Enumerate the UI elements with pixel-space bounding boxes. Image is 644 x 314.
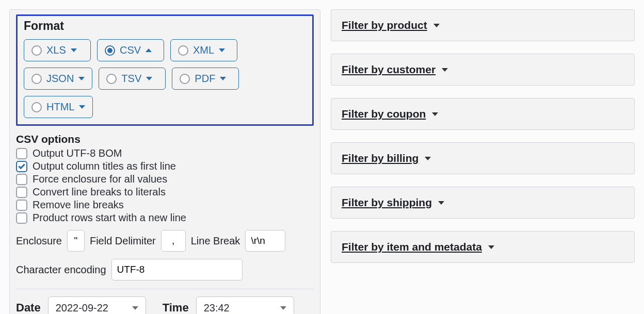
chevron-down-icon	[220, 77, 226, 80]
csv-opt-force-enclosure[interactable]: Force enclosure for all values	[16, 173, 314, 185]
format-option-label: PDF	[195, 73, 215, 85]
format-option-label: JSON	[46, 73, 74, 85]
radio-icon	[178, 45, 188, 56]
radio-icon	[105, 45, 115, 56]
csv-opt-label: Output UTF-8 BOM	[33, 147, 122, 159]
filters-panel: Filter by product Filter by customer Fil…	[331, 9, 635, 263]
format-option-xls[interactable]: XLS	[24, 39, 91, 61]
format-title: Format	[24, 19, 306, 33]
checkbox-icon	[16, 148, 27, 159]
format-option-label: HTML	[46, 101, 74, 113]
format-option-pdf[interactable]: PDF	[172, 68, 239, 90]
chevron-down-icon	[146, 77, 152, 80]
format-option-label: XML	[193, 44, 214, 56]
format-option-xml[interactable]: XML	[170, 39, 237, 61]
format-option-html[interactable]: HTML	[24, 96, 93, 118]
format-options-row: XLS CSV XML JSON	[24, 39, 306, 118]
csv-opt-convert-linebreaks[interactable]: Convert line breaks to literals	[16, 186, 314, 198]
chevron-down-icon	[79, 105, 85, 109]
encoding-input[interactable]	[111, 259, 243, 280]
checkbox-icon	[16, 212, 27, 224]
csv-opt-label: Remove line breaks	[33, 199, 124, 211]
chevron-down-icon	[425, 157, 431, 160]
chevron-down-icon	[488, 245, 494, 249]
checkbox-icon	[16, 174, 27, 185]
filter-label: Filter by customer	[342, 63, 436, 76]
filter-label: Filter by product	[342, 19, 427, 31]
date-select[interactable]: 2022-09-22	[48, 296, 146, 314]
filter-label: Filter by shipping	[342, 196, 432, 209]
encoding-label: Character encoding	[16, 264, 106, 276]
chevron-down-icon	[432, 112, 438, 116]
time-select[interactable]: 23:42	[196, 296, 294, 314]
time-label: Time	[163, 301, 189, 314]
checkbox-icon	[16, 187, 27, 198]
filter-label: Filter by billing	[342, 152, 418, 164]
chevron-down-icon	[71, 48, 77, 52]
checkbox-icon	[16, 161, 27, 172]
format-option-label: XLS	[46, 44, 66, 56]
chevron-down-icon	[433, 24, 440, 27]
filter-by-customer[interactable]: Filter by customer	[331, 54, 635, 86]
radio-icon	[106, 74, 117, 84]
chevron-down-icon	[438, 201, 444, 205]
filter-by-billing[interactable]: Filter by billing	[331, 142, 635, 174]
filter-by-item-metadata[interactable]: Filter by item and metadata	[331, 231, 635, 263]
radio-icon	[31, 102, 42, 112]
divider	[16, 289, 314, 289]
format-option-label: TSV	[121, 73, 141, 85]
radio-icon	[31, 74, 42, 84]
chevron-down-icon	[442, 68, 448, 72]
format-option-json[interactable]: JSON	[24, 68, 92, 90]
enclosure-label: Enclosure	[16, 235, 62, 247]
delimiter-input[interactable]	[161, 230, 186, 252]
chevron-down-icon	[78, 77, 85, 80]
format-option-csv[interactable]: CSV	[97, 39, 164, 61]
filter-by-coupon[interactable]: Filter by coupon	[331, 98, 635, 130]
filter-label: Filter by coupon	[342, 108, 426, 120]
checkbox-icon	[16, 200, 27, 211]
csv-opt-remove-linebreaks[interactable]: Remove line breaks	[16, 199, 314, 211]
radio-icon	[31, 45, 42, 56]
radio-icon	[180, 74, 190, 84]
csv-opt-product-rows-newline[interactable]: Product rows start with a new line	[16, 212, 314, 224]
chevron-down-icon	[219, 48, 225, 52]
csv-opt-label: Force enclosure for all values	[33, 173, 167, 185]
filter-by-shipping[interactable]: Filter by shipping	[331, 187, 635, 219]
linebreak-label: Line Break	[191, 235, 240, 247]
csv-opt-utf8bom[interactable]: Output UTF-8 BOM	[16, 147, 314, 159]
enclosure-input[interactable]	[67, 230, 85, 252]
csv-opt-label: Convert line breaks to literals	[33, 186, 166, 198]
delimiter-label: Field Delimiter	[90, 235, 156, 247]
format-section: Format XLS CSV XML	[16, 14, 314, 126]
csv-options-title: CSV options	[16, 133, 314, 145]
csv-opt-column-titles[interactable]: Output column titles as first line	[16, 160, 314, 172]
date-label: Date	[16, 301, 41, 314]
chevron-down-icon	[280, 306, 286, 310]
export-settings-panel: Format XLS CSV XML	[9, 9, 320, 314]
format-option-label: CSV	[120, 44, 141, 56]
time-value: 23:42	[204, 302, 230, 314]
csv-opt-label: Output column titles as first line	[33, 160, 176, 172]
filter-label: Filter by item and metadata	[342, 241, 482, 253]
filter-by-product[interactable]: Filter by product	[331, 9, 635, 41]
linebreak-input[interactable]	[245, 230, 285, 252]
chevron-up-icon	[146, 48, 152, 52]
chevron-down-icon	[132, 306, 138, 310]
csv-opt-label: Product rows start with a new line	[33, 212, 186, 224]
format-option-tsv[interactable]: TSV	[99, 68, 166, 90]
date-value: 2022-09-22	[56, 302, 108, 314]
